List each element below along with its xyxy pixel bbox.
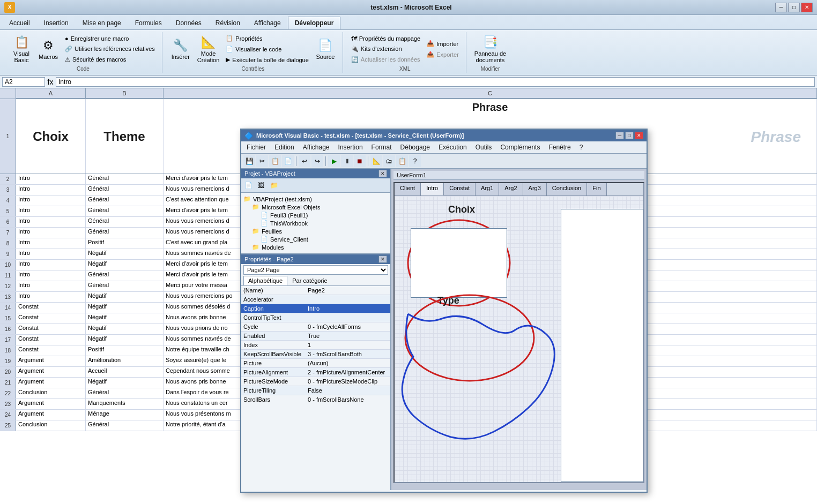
menu-complements[interactable]: Compléments [497,142,543,152]
menu-aide[interactable]: ? [576,142,586,152]
props-row[interactable]: PictureAlignment 2 - fmPictureAlignmentC… [241,368,390,377]
cell-16-b[interactable]: Négatif [86,324,164,334]
cell-10-b[interactable]: Négatif [86,260,164,270]
form-listbox[interactable] [411,228,507,298]
form-tab-arg3[interactable]: Arg3 [523,183,547,195]
cell-7-b[interactable]: Général [86,228,164,238]
project-view-code[interactable]: 📄 [242,179,254,191]
cell-12-b[interactable]: Général [86,281,164,291]
cell-14-a[interactable]: Constat [16,303,86,313]
cell-6-a[interactable]: Intro [16,217,86,227]
cell-1b[interactable]: Theme [86,99,164,174]
cell-21-a[interactable]: Argument [16,378,86,388]
cell-13-a[interactable]: Intro [16,292,86,302]
cell-17-a[interactable]: Constat [16,335,86,345]
props-row[interactable]: ControlTipText [241,313,390,322]
props-row[interactable]: Picture (Aucun) [241,359,390,368]
cell-8-b[interactable]: Positif [86,238,164,249]
project-toggle-folder[interactable]: 📁 [268,179,280,191]
source-btn[interactable]: 📄 Source [313,37,338,62]
props-row[interactable]: Accelerator [241,295,390,304]
menu-affichage[interactable]: Affichage [300,142,333,152]
executer-boite-btn[interactable]: ▶ Exécuter la boîte de dialogue [223,55,311,65]
visualiser-code-btn[interactable]: 📄 Visualiser le code [223,44,311,54]
form-text-area[interactable] [561,209,643,482]
tree-feuilles[interactable]: 📁 Feuilles [243,227,388,235]
inserer-btn[interactable]: 🔧 Insérer [168,37,194,62]
cell-9-b[interactable]: Négatif [86,249,164,259]
minimize-btn[interactable]: ─ [775,3,787,12]
cell-15-a[interactable]: Constat [16,313,86,324]
project-close[interactable]: ✕ [378,170,387,177]
utiliser-refs-btn[interactable]: 🔗 Utiliser les références relatives [62,44,158,54]
cell-17-b[interactable]: Négatif [86,335,164,345]
tab-donnees[interactable]: Données [169,17,209,29]
form-tab-arg2[interactable]: Arg2 [499,183,523,195]
toolbar-run[interactable]: ▶ [328,155,340,167]
cell-4-a[interactable]: Intro [16,195,86,206]
cell-11-a[interactable]: Intro [16,270,86,281]
menu-debogage[interactable]: Débogage [397,142,433,152]
toolbar-project[interactable]: 🗂 [383,155,395,167]
cell-19-b[interactable]: Amélioration [86,356,164,366]
toolbar-props[interactable]: 📋 [396,155,408,167]
tree-thisworkbook[interactable]: 📄 ThisWorkbook [243,219,388,227]
props-tab-cat[interactable]: Par catégorie [287,276,332,285]
tab-formules[interactable]: Formules [128,17,169,29]
cell-11-b[interactable]: Général [86,270,164,281]
prop-value[interactable]: 2 - fmPictureAlignmentCenter [306,368,390,377]
prop-value[interactable] [306,313,390,322]
props-row[interactable]: Caption Intro [241,304,390,313]
tab-accueil[interactable]: Accueil [2,17,37,29]
panneau-docs-btn[interactable]: 📑 Panneau dedocuments [472,34,509,65]
prop-value[interactable]: 0 - fmScrollBarsNone [306,395,390,404]
cell-2-a[interactable]: Intro [16,174,86,184]
form-tab-arg1[interactable]: Arg1 [476,183,499,195]
form-tab-constat[interactable]: Constat [444,183,476,195]
toolbar-cut[interactable]: ✂ [256,155,268,167]
mode-creation-btn[interactable]: 📐 ModeCréation [195,34,222,65]
toolbar-undo[interactable]: ↩ [299,155,310,167]
cell-25-a[interactable]: Conclusion [16,420,86,431]
prop-value[interactable]: (Aucun) [306,359,390,368]
tab-mise-en-page[interactable]: Mise en page [76,17,128,29]
vba-title-controls[interactable]: ─ □ ✕ [615,132,643,139]
toolbar-save[interactable]: 💾 [243,155,255,167]
cell-5-b[interactable]: Général [86,206,164,216]
cell-20-a[interactable]: Argument [16,367,86,377]
props-close[interactable]: ✕ [378,255,387,263]
toolbar-design[interactable]: 📐 [370,155,382,167]
cell-23-b[interactable]: Manquements [86,399,164,409]
cell-18-b[interactable]: Positif [86,345,164,356]
props-row[interactable]: KeepScrollBarsVisible 3 - fmScrollBarsBo… [241,350,390,359]
visual-basic-btn[interactable]: 📋 VisualBasic [9,34,34,65]
prop-value[interactable]: Page2 [306,286,390,295]
cell-14-b[interactable]: Négatif [86,303,164,313]
menu-insertion[interactable]: Insertion [335,142,366,152]
exporter-btn[interactable]: 📤 Exporter [424,49,462,59]
cell-18-a[interactable]: Constat [16,345,86,356]
prop-value[interactable]: False [306,386,390,395]
prop-value[interactable]: Intro [306,304,390,313]
toolbar-copy[interactable]: 📋 [269,155,281,167]
form-tab-intro[interactable]: Intro [421,183,444,195]
cell-24-b[interactable]: Ménage [86,410,164,420]
toolbar-redo[interactable]: ↪ [311,155,323,167]
cell-22-a[interactable]: Conclusion [16,388,86,398]
props-row[interactable]: Index 1 [241,341,390,350]
toolbar-pause[interactable]: ⏸ [341,155,353,167]
col-header-a[interactable]: A [16,88,86,99]
tab-developpeur[interactable]: Développeur [288,17,341,29]
prop-value[interactable] [306,295,390,304]
tab-affichage[interactable]: Affichage [247,17,288,29]
tree-vbaproject[interactable]: 📁 VBAProject (test.xlsm) [243,195,388,203]
securite-macros-btn[interactable]: ⚠ Sécurité des macros [62,55,158,65]
formula-input[interactable] [56,77,815,87]
form-canvas[interactable]: Client Intro Constat Arg1 Arg2 Arg3 Conc… [393,182,644,483]
prop-value[interactable]: 0 - fmPictureSizeModeClip [306,377,390,386]
cell-6-b[interactable]: Général [86,217,164,227]
form-tab-conclusion[interactable]: Conclusion [547,183,587,195]
cell-19-a[interactable]: Argument [16,356,86,366]
toolbar-paste[interactable]: 📄 [282,155,294,167]
vba-maximize[interactable]: □ [625,132,634,139]
